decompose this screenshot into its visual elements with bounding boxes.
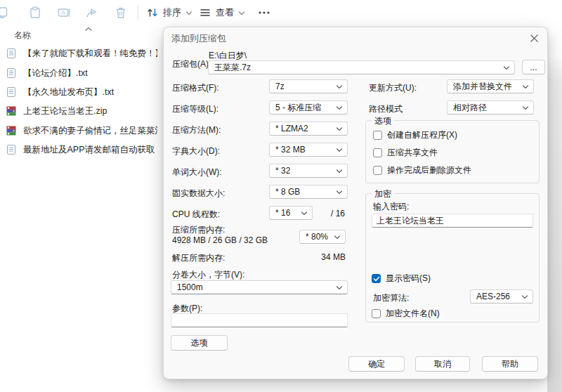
parameters-input[interactable] — [171, 313, 348, 327]
explorer-toolbar: A 排序 查看 — [0, 0, 562, 24]
checkbox-icon — [373, 148, 382, 157]
update-mode-value: 添加并替换文件 — [453, 81, 512, 93]
close-icon — [530, 34, 539, 43]
create-sfx-label: 创建自解压程序(X) — [387, 129, 457, 141]
dictionary-size-select[interactable]: * 32 MB — [269, 143, 348, 157]
archive-name-combobox[interactable]: 王菜菜.7z — [208, 60, 515, 74]
file-name: 【永久地址发布页】.txt — [23, 86, 114, 98]
copy-icon[interactable] — [0, 6, 9, 20]
share-icon[interactable] — [85, 6, 99, 20]
checkbox-checked-icon — [372, 274, 381, 283]
volume-size-combobox[interactable]: 1500m — [171, 280, 348, 294]
chevron-down-icon — [522, 105, 529, 110]
file-row[interactable]: 上老王论坛当老王.zip — [6, 102, 157, 120]
compression-method-label: 压缩方法(M): — [172, 124, 221, 136]
encryption-method-value: AES-256 — [476, 292, 510, 301]
chevron-down-icon — [521, 294, 528, 299]
delete-icon[interactable] — [114, 6, 128, 20]
compression-level-value: 5 - 标准压缩 — [275, 102, 321, 114]
delete-after-checkbox[interactable]: 操作完成后删除源文件 — [373, 164, 471, 176]
help-button[interactable]: 帮助 — [482, 356, 538, 372]
compression-level-select[interactable]: 5 - 标准压缩 — [269, 100, 348, 115]
path-mode-label: 路径模式 — [369, 103, 403, 115]
more-icon — [258, 11, 270, 15]
update-mode-select[interactable]: 添加并替换文件 — [447, 79, 534, 93]
view-control[interactable]: 查看 — [199, 4, 245, 22]
window-edge — [547, 0, 562, 392]
text-file-icon — [6, 67, 17, 79]
chevron-down-icon — [503, 65, 510, 70]
password-input[interactable] — [372, 214, 533, 228]
word-size-select[interactable]: * 32 — [269, 164, 348, 178]
file-name: 【论坛介绍】.txt — [23, 67, 88, 79]
path-mode-value: 相对路径 — [453, 102, 487, 114]
file-name: 上老王论坛当老王.zip — [23, 105, 107, 117]
options-group: 选项 创建自解压程序(X) 压缩共享文件 操作完成后删除源文件 — [365, 120, 540, 183]
encryption-method-select[interactable]: AES-256 — [470, 289, 533, 303]
add-to-archive-dialog: 添加到压缩包 压缩包(A) E:\白日梦\ 王菜菜.7z ... 压缩格式(F)… — [163, 27, 548, 379]
memory-usage-value: * 80% — [306, 232, 328, 242]
chevron-down-icon — [336, 169, 343, 174]
archive-label: 压缩包(A) — [172, 58, 209, 70]
options-button-label: 选项 — [191, 337, 208, 349]
create-sfx-checkbox[interactable]: 创建自解压程序(X) — [373, 129, 457, 141]
chevron-down-icon — [336, 148, 343, 152]
compress-shared-label: 压缩共享文件 — [387, 147, 438, 159]
show-password-checkbox[interactable]: 显示密码(S) — [372, 273, 431, 285]
file-row[interactable]: 欲求不满的妻子偷情记，丝足菜菜淫穴榨... — [6, 122, 157, 140]
checkbox-icon — [372, 309, 381, 318]
file-row[interactable]: 【永久地址发布页】.txt — [6, 83, 157, 101]
ok-button[interactable]: 确定 — [348, 356, 405, 372]
toolbar-separator — [138, 5, 138, 20]
dictionary-size-value: * 32 MB — [275, 145, 306, 155]
file-row[interactable]: 【论坛介绍】.txt — [6, 64, 157, 82]
paste-icon[interactable] — [28, 6, 42, 20]
volume-size-label: 分卷大小，字节(V): — [172, 269, 244, 281]
sort-label: 排序 — [163, 6, 181, 19]
options-button[interactable]: 选项 — [171, 335, 228, 351]
update-mode-label: 更新方式(U): — [369, 82, 417, 94]
compression-level-label: 压缩等级(L): — [172, 103, 218, 115]
cpu-threads-max: / 16 — [331, 209, 345, 218]
rename-icon[interactable]: A — [57, 6, 71, 20]
chevron-down-icon — [185, 11, 192, 15]
browse-button-label: ... — [530, 63, 537, 72]
compress-memory-label: 压缩所需内存: — [172, 224, 225, 236]
encrypt-filenames-checkbox[interactable]: 加密文件名(N) — [372, 308, 440, 320]
view-label: 查看 — [216, 6, 234, 19]
chevron-down-icon — [238, 11, 245, 15]
checkbox-icon — [373, 131, 382, 140]
chevron-down-icon — [336, 105, 343, 110]
help-button-label: 帮助 — [502, 358, 518, 370]
more-options-button[interactable] — [254, 6, 274, 20]
file-row[interactable]: 最新地址及APP请发邮箱自动获取！！！... — [6, 141, 157, 159]
checkbox-icon — [373, 166, 382, 175]
close-button[interactable] — [525, 30, 542, 46]
decompress-memory-label: 解压所需内存: — [172, 252, 225, 264]
encryption-group-legend: 加密 — [372, 188, 394, 200]
memory-usage-select[interactable]: * 80% — [299, 230, 346, 244]
column-header-name[interactable]: 名称 — [14, 30, 31, 41]
file-row[interactable]: 【来了就能下载和观看！纯免费！】.txt — [6, 44, 157, 63]
solid-block-size-select[interactable]: * 8 GB — [269, 185, 348, 199]
path-mode-select[interactable]: 相对路径 — [447, 100, 534, 115]
cpu-threads-select[interactable]: * 16 — [269, 206, 313, 220]
cpu-threads-value: * 16 — [275, 208, 290, 218]
encryption-method-label: 加密算法: — [373, 292, 409, 304]
cancel-button-label: 取消 — [434, 358, 451, 370]
archive-file-icon — [6, 125, 17, 136]
chevron-down-icon — [336, 285, 343, 290]
solid-block-size-label: 固实数据大小: — [172, 188, 225, 200]
archive-format-label: 压缩格式(F): — [172, 82, 219, 94]
volume-size-value: 1500m — [177, 282, 203, 292]
archive-format-select[interactable]: 7z — [269, 79, 348, 93]
compression-method-select[interactable]: * LZMA2 — [269, 122, 348, 136]
sort-control[interactable]: 排序 — [146, 4, 192, 22]
browse-button[interactable]: ... — [522, 60, 545, 74]
sort-icon — [146, 6, 159, 19]
cpu-threads-label: CPU 线程数: — [172, 209, 220, 221]
encryption-group: 加密 输入密码: 显示密码(S) 加密算法: AES-256 加密文件名(N) — [365, 193, 540, 322]
view-icon — [199, 6, 211, 19]
compress-shared-checkbox[interactable]: 压缩共享文件 — [373, 147, 438, 159]
cancel-button[interactable]: 取消 — [415, 356, 470, 372]
